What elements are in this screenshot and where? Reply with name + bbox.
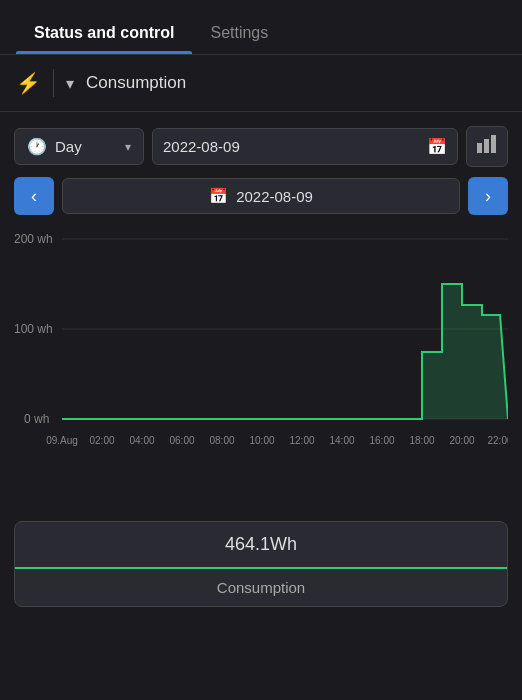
prev-arrow-icon: ‹ (31, 186, 37, 207)
svg-text:16:00: 16:00 (369, 435, 394, 446)
svg-text:18:00: 18:00 (409, 435, 434, 446)
svg-rect-1 (484, 139, 489, 153)
subheader-title: Consumption (86, 73, 186, 93)
svg-text:09.Aug: 09.Aug (46, 435, 78, 446)
svg-rect-0 (477, 143, 482, 153)
header-tabs: Status and control Settings (0, 0, 522, 55)
next-arrow-icon: › (485, 186, 491, 207)
svg-rect-2 (491, 135, 496, 153)
next-date-button[interactable]: › (468, 177, 508, 215)
subheader-chevron-icon[interactable]: ▾ (66, 74, 74, 93)
svg-text:10:00: 10:00 (249, 435, 274, 446)
svg-text:02:00: 02:00 (89, 435, 114, 446)
date-display: 📅 2022-08-09 (62, 178, 460, 214)
chart-type-button[interactable] (466, 126, 508, 167)
consumption-chart: 200 wh 100 wh 0 wh 09.Aug 02:00 04:00 06… (14, 229, 508, 509)
svg-text:20:00: 20:00 (449, 435, 474, 446)
tab-status-control[interactable]: Status and control (16, 14, 192, 54)
bar-chart-icon (477, 135, 497, 153)
summary-box: 464.1Wh Consumption (14, 521, 508, 607)
svg-text:14:00: 14:00 (329, 435, 354, 446)
svg-text:100 wh: 100 wh (14, 322, 53, 336)
svg-text:200 wh: 200 wh (14, 232, 53, 246)
svg-text:08:00: 08:00 (209, 435, 234, 446)
date-display-cal-icon: 📅 (209, 187, 228, 205)
controls-row: 🕐 Day ▾ 2022-08-09 📅 (14, 126, 508, 167)
clock-icon: 🕐 (27, 137, 47, 156)
svg-text:22:00: 22:00 (487, 435, 508, 446)
prev-date-button[interactable]: ‹ (14, 177, 54, 215)
svg-text:0 wh: 0 wh (24, 412, 49, 426)
main-content: 🕐 Day ▾ 2022-08-09 📅 ‹ 📅 2022-08-09 › (0, 112, 522, 621)
summary-value: 464.1Wh (15, 522, 507, 569)
calendar-icon: 📅 (427, 137, 447, 156)
date-value: 2022-08-09 (163, 138, 419, 155)
summary-label: Consumption (15, 569, 507, 606)
svg-text:04:00: 04:00 (129, 435, 154, 446)
tab-settings[interactable]: Settings (192, 14, 286, 54)
period-chevron-icon: ▾ (125, 140, 131, 154)
svg-text:12:00: 12:00 (289, 435, 314, 446)
date-input[interactable]: 2022-08-09 📅 (152, 128, 458, 165)
period-select[interactable]: 🕐 Day ▾ (14, 128, 144, 165)
subheader: ⚡ ▾ Consumption (0, 55, 522, 112)
vertical-divider (53, 69, 54, 97)
chart-container: 200 wh 100 wh 0 wh 09.Aug 02:00 04:00 06… (14, 229, 508, 509)
bolt-icon: ⚡ (16, 71, 41, 95)
date-display-text: 2022-08-09 (236, 188, 313, 205)
date-nav-row: ‹ 📅 2022-08-09 › (14, 177, 508, 215)
svg-text:06:00: 06:00 (169, 435, 194, 446)
period-label: Day (55, 138, 117, 155)
